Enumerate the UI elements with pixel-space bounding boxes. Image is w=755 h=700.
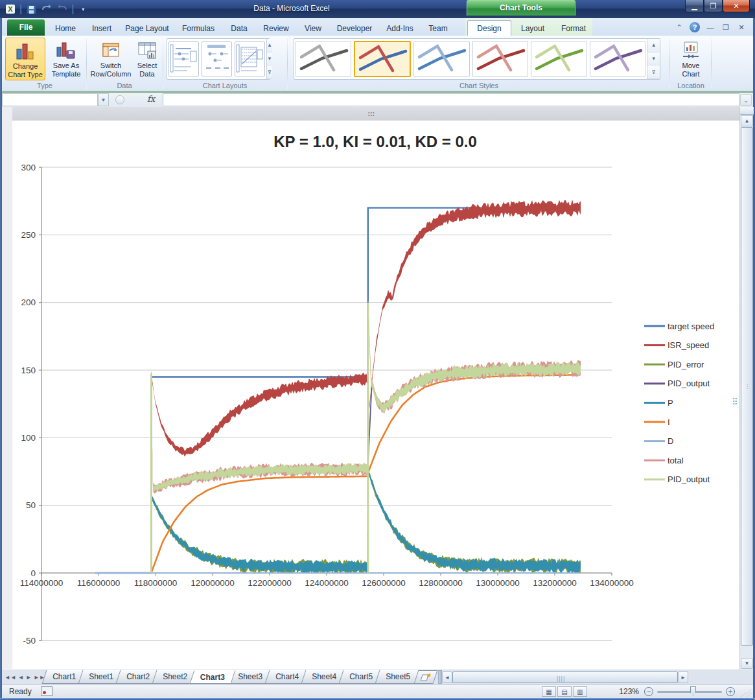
tab-add-ins[interactable]: Add-Ins	[379, 21, 421, 36]
svg-text:-50: -50	[23, 636, 36, 646]
save-as-template-button[interactable]: Save AsTemplate	[46, 38, 86, 80]
chart-style-2-selected[interactable]	[354, 41, 411, 77]
scroll-down-icon[interactable]: ▼	[741, 658, 753, 669]
svg-text:114000000: 114000000	[20, 578, 64, 588]
tab-formulas[interactable]: Formulas	[174, 21, 222, 36]
chart-style-4[interactable]	[472, 41, 528, 77]
tab-insert[interactable]: Insert	[84, 21, 120, 36]
svg-text:ISR_speed: ISR_speed	[668, 340, 709, 350]
ribbon-group-type-label: Type	[3, 82, 86, 89]
tab-scroll-split[interactable]	[438, 670, 442, 684]
ribbon-group-data-label: Data	[86, 82, 163, 89]
page-layout-view-icon[interactable]: ▤	[557, 686, 572, 697]
quick-access-toolbar: X | | ▾	[4, 2, 89, 16]
insert-worksheet-tab[interactable]	[413, 670, 437, 684]
horizontal-scrollbar-thumb[interactable]: ||||	[452, 671, 678, 683]
zoom-in-icon[interactable]: +	[726, 687, 735, 696]
zoom-slider-track[interactable]	[657, 691, 722, 693]
svg-text:KP = 1.0, KI = 0.01, KD = 0.0: KP = 1.0, KI = 0.01, KD = 0.0	[273, 133, 477, 150]
maximize-button[interactable]: ❐	[704, 0, 723, 12]
undo-icon[interactable]	[40, 3, 53, 16]
formula-bar: ▼ fx ⌄	[2, 93, 753, 107]
name-box[interactable]	[2, 93, 98, 106]
resize-grip[interactable]: ⋰⋰⋰	[740, 690, 752, 697]
chart-area[interactable]: 300250200150100500-501140000001160000001…	[12, 121, 739, 669]
workbook-minimize-icon[interactable]: —	[705, 22, 715, 32]
tab-format[interactable]: Format	[554, 21, 593, 36]
tab-review[interactable]: Review	[256, 21, 296, 36]
ribbon: TypeChangeChart TypeSave AsTemplateDataS…	[2, 36, 753, 91]
svg-text:120000000: 120000000	[191, 578, 235, 588]
layouts-more-icon[interactable]: ⊽	[267, 65, 272, 79]
vertical-split-handle[interactable]	[740, 107, 754, 115]
chart-layout-3[interactable]	[235, 41, 265, 76]
select-data-button[interactable]: SelectData	[133, 38, 161, 80]
styles-more-icon[interactable]: ⊽	[647, 65, 660, 79]
tab-design[interactable]: Design	[467, 20, 511, 36]
scroll-up-icon[interactable]: ▲	[741, 115, 753, 126]
chart-layout-1[interactable]	[168, 41, 199, 76]
sheet-tab-chart3[interactable]: Chart3	[189, 670, 235, 684]
scroll-left-icon[interactable]: ◄	[442, 671, 452, 683]
styles-scroll-up-icon[interactable]: ▲	[647, 39, 660, 52]
collapse-ribbon-icon[interactable]: ⌃	[674, 22, 684, 32]
prev-sheet-icon[interactable]: ◄	[18, 674, 24, 681]
chart-layout-2[interactable]	[202, 41, 232, 76]
layouts-scroll-down-icon[interactable]: ▼	[267, 52, 272, 66]
svg-text:130000000: 130000000	[476, 578, 520, 588]
name-box-dropdown-icon[interactable]: ▼	[98, 93, 109, 106]
tab-view[interactable]: View	[296, 21, 330, 36]
vertical-scrollbar[interactable]: ▲ ⋮⋮ ▼	[739, 107, 753, 670]
svg-text:I: I	[668, 417, 670, 427]
zoom-level[interactable]: 123%	[613, 687, 639, 696]
first-sheet-icon[interactable]: ◄◄	[5, 674, 16, 681]
tab-team[interactable]: Team	[421, 21, 456, 36]
tab-page-layout[interactable]: Page Layout	[120, 21, 174, 36]
switch-row-column-button[interactable]: SwitchRow/Column	[89, 38, 132, 80]
scroll-right-icon[interactable]: ►	[678, 671, 688, 683]
layouts-scroll-up-icon[interactable]: ▲	[267, 39, 272, 52]
chart-selection-handle-right[interactable]: ••••••	[733, 397, 738, 405]
chart-style-1[interactable]	[296, 41, 351, 77]
redo-icon-disabled[interactable]	[56, 3, 69, 16]
fx-icon[interactable]: fx	[147, 94, 155, 104]
workbook-close-icon[interactable]: ✕	[736, 22, 747, 32]
chart-style-5[interactable]	[531, 41, 587, 77]
page-break-view-icon[interactable]: ▥	[573, 686, 587, 697]
tab-file[interactable]: File	[7, 19, 45, 36]
chart-canvas[interactable]: 300250200150100500-501140000001160000001…	[12, 121, 739, 669]
normal-view-icon[interactable]: ▦	[542, 686, 556, 697]
move-chart-button[interactable]: MoveChart	[671, 38, 711, 80]
svg-text:D: D	[668, 436, 673, 446]
next-sheet-icon[interactable]: ►	[26, 674, 32, 681]
chart-style-3[interactable]	[413, 41, 469, 77]
styles-scroll-down-icon[interactable]: ▼	[647, 52, 660, 66]
help-icon[interactable]: ?	[690, 22, 700, 32]
save-icon[interactable]	[25, 3, 38, 16]
tab-developer[interactable]: Developer	[330, 21, 379, 36]
zoom-slider-thumb[interactable]	[690, 686, 696, 696]
qat-customize-icon[interactable]: ▾	[76, 3, 89, 16]
zoom-out-icon[interactable]: −	[644, 687, 653, 696]
change-chart-type-button[interactable]: ChangeChart Type	[5, 38, 45, 80]
svg-text:128000000: 128000000	[419, 578, 463, 588]
macro-record-icon[interactable]	[41, 686, 52, 696]
tab-data[interactable]: Data	[222, 21, 256, 36]
excel-window: X | | ▾ Data - Microsoft Excel Chart Too…	[0, 0, 755, 700]
excel-app-icon[interactable]: X	[4, 3, 17, 16]
tab-home[interactable]: Home	[47, 21, 84, 36]
tab-layout[interactable]: Layout	[513, 21, 553, 36]
vertical-scrollbar-thumb[interactable]: ⋮⋮	[741, 127, 753, 646]
svg-text:122000000: 122000000	[248, 578, 292, 588]
chart-selection-handle-top[interactable]: ••••••	[368, 111, 375, 117]
ribbon-group-type: TypeChangeChart TypeSave AsTemplate	[3, 36, 86, 91]
svg-text:100: 100	[21, 433, 36, 443]
window-title: Data - Microsoft Excel	[194, 4, 389, 13]
close-button[interactable]: ✕	[723, 0, 750, 12]
minimize-button[interactable]: ▁	[685, 0, 704, 12]
expand-formula-bar-icon[interactable]: ⌄	[740, 94, 752, 106]
chart-style-6[interactable]	[590, 41, 645, 77]
formula-input[interactable]	[163, 93, 739, 106]
svg-text:200: 200	[21, 298, 36, 307]
workbook-restore-icon[interactable]: ❐	[721, 22, 731, 32]
